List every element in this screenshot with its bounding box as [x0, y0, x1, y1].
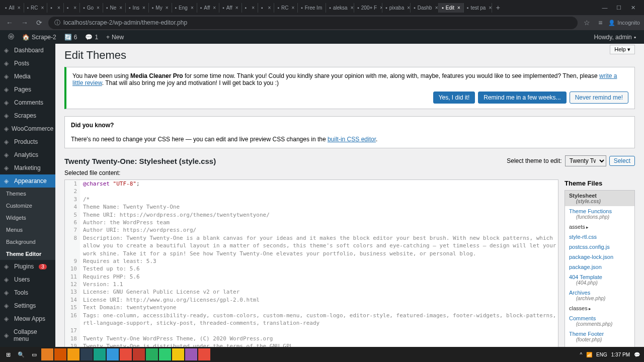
sidebar-item-posts[interactable]: ◈Posts — [0, 57, 55, 70]
browser-tab[interactable]: ▪My× — [149, 3, 172, 13]
sidebar-item-comments[interactable]: ◈Comments — [0, 96, 55, 109]
browser-tab[interactable]: ▪× — [47, 3, 63, 13]
theme-file-item[interactable]: style-rtl.css — [565, 232, 634, 242]
taskbar-app[interactable] — [198, 348, 210, 360]
back-button[interactable]: ← — [4, 18, 15, 28]
browser-tab[interactable]: ▪aleksa× — [326, 3, 354, 13]
browser-tab[interactable]: ▪Aff× — [219, 3, 242, 13]
submenu-item[interactable]: Theme Editor — [0, 248, 55, 260]
sidebar-item-meow[interactable]: ◈Meow Apps — [0, 312, 55, 325]
network-icon[interactable]: 📶 — [586, 352, 592, 357]
taskbar-app[interactable] — [120, 348, 132, 360]
select-theme-button[interactable]: Select — [609, 156, 635, 166]
url-input[interactable]: ⓘ localhost/scrape-2/wp-admin/theme-edit… — [48, 17, 578, 29]
taskbar-app[interactable] — [67, 348, 79, 360]
sidebar-item-scrapes[interactable]: ◈Scrapes — [0, 109, 55, 122]
browser-tab[interactable]: ▪Dashb× — [411, 3, 439, 13]
browser-tab[interactable]: ▪× — [64, 3, 80, 13]
taskbar-app[interactable] — [41, 348, 53, 360]
taskbar-app[interactable] — [133, 348, 145, 360]
sidebar-item-collapse[interactable]: ◈Collapse menu — [0, 325, 55, 345]
theme-file-folder[interactable]: classes — [565, 303, 634, 313]
submenu-item[interactable]: Menus — [0, 224, 55, 236]
browser-tab[interactable]: ▪Edit× — [439, 3, 464, 13]
code-editor[interactable]: 1@charset "UTF-8";23/*4Theme Name: Twent… — [64, 179, 558, 347]
taskbar-app[interactable] — [54, 348, 66, 360]
reload-button[interactable]: ⟳ — [34, 18, 44, 28]
wp-logo[interactable]: ⓦ — [4, 33, 18, 41]
theme-file-item[interactable]: 404 Template(404.php) — [565, 272, 634, 288]
never-button[interactable]: Never remind me! — [570, 92, 628, 104]
extensions-icon[interactable]: ≡ — [596, 18, 604, 28]
theme-file-folder[interactable]: assets — [565, 222, 634, 232]
browser-tab[interactable]: ▪Aff× — [197, 3, 219, 13]
theme-file-item[interactable]: postcss.config.js — [565, 242, 634, 252]
browser-tab[interactable]: ▪200+ F× — [354, 3, 382, 13]
css-editor-link[interactable]: built-in CSS editor — [328, 136, 376, 143]
theme-file-item[interactable]: Archives(archive.php) — [565, 288, 634, 303]
taskbar-app[interactable] — [80, 348, 93, 360]
sidebar-item-woo[interactable]: ◈WooCommerce — [0, 122, 55, 135]
theme-file-item[interactable]: Stylesheet(style.css) — [565, 191, 634, 206]
theme-file-item[interactable]: package.json — [565, 262, 634, 272]
sidebar-item-dashboard[interactable]: ◈Dashboard — [0, 44, 55, 57]
theme-file-item[interactable]: Theme Functions(functions.php) — [565, 206, 634, 222]
sidebar-item-settings[interactable]: ◈Settings — [0, 299, 55, 312]
yes-button[interactable]: Yes, I did it! — [433, 92, 475, 104]
browser-tab[interactable]: ▪Go× — [80, 3, 103, 13]
submenu-item[interactable]: Widgets — [0, 212, 55, 224]
theme-select-dropdown[interactable]: Twenty Twenty-O — [565, 155, 606, 166]
browser-tab[interactable]: ▪RC× — [274, 3, 298, 13]
browser-tab[interactable]: ▪Free Im× — [298, 3, 326, 13]
maximize-button[interactable]: ☐ — [614, 5, 624, 11]
task-view-icon[interactable]: ▭ — [28, 348, 40, 360]
help-tab[interactable]: Help ▾ — [610, 45, 635, 54]
search-icon[interactable]: 🔍 — [15, 348, 27, 360]
start-button[interactable]: ⊞ — [2, 348, 14, 360]
browser-tab[interactable]: ▪RC× — [24, 3, 48, 13]
site-name[interactable]: 🏠 Scrape-2 — [18, 34, 60, 41]
browser-tab[interactable]: ▪test pa× — [464, 3, 492, 13]
new-content[interactable]: + New — [102, 34, 128, 41]
submenu-item[interactable]: Background — [0, 236, 55, 248]
browser-tab[interactable]: ▪Ne× — [103, 3, 126, 13]
comments-count[interactable]: 💬 1 — [81, 34, 102, 41]
browser-tab[interactable]: ▪Ins× — [126, 3, 149, 13]
forward-button[interactable]: → — [19, 18, 30, 28]
minimize-button[interactable]: — — [600, 5, 610, 11]
browser-tab[interactable]: ▪pixaba× — [382, 3, 411, 13]
theme-file-item[interactable]: package-lock.json — [565, 252, 634, 262]
theme-file-item[interactable]: Theme Footer(footer.php) — [565, 329, 634, 344]
browser-tab[interactable]: ▪Eng× — [172, 3, 197, 13]
user-greeting[interactable]: Howdy, admin ▪ — [590, 34, 640, 41]
submenu-item[interactable]: Customize — [0, 200, 55, 212]
sidebar-item-users[interactable]: ◈Users — [0, 273, 55, 286]
browser-tab[interactable]: ▪× — [258, 3, 274, 13]
close-button[interactable]: ✕ — [628, 5, 638, 11]
taskbar-app[interactable] — [159, 348, 171, 360]
theme-file-item[interactable]: Comments(comments.php) — [565, 313, 634, 329]
taskbar-app[interactable] — [146, 348, 158, 360]
sidebar-item-pages[interactable]: ◈Pages — [0, 83, 55, 96]
remind-button[interactable]: Remind me in a few weeks... — [478, 92, 566, 104]
sidebar-item-products[interactable]: ◈Products — [0, 135, 55, 148]
sidebar-item-tools[interactable]: ◈Tools — [0, 286, 55, 299]
sidebar-item-media[interactable]: ◈Media — [0, 70, 55, 83]
language-indicator[interactable]: ENG — [596, 352, 607, 357]
browser-tab[interactable]: ▪All× — [2, 3, 24, 13]
taskbar-app[interactable] — [94, 348, 106, 360]
new-tab-button[interactable]: + — [492, 2, 504, 14]
updates-count[interactable]: 🔄 6 — [60, 34, 82, 41]
bookmark-icon[interactable]: ☆ — [582, 18, 592, 28]
taskbar-app[interactable] — [185, 348, 197, 360]
sidebar-item-plugins[interactable]: ◈Plugins3 — [0, 260, 55, 273]
notifications-icon[interactable]: 💬 — [634, 352, 640, 357]
sidebar-item-analytics[interactable]: ◈Analytics — [0, 148, 55, 161]
taskbar-app[interactable] — [172, 348, 184, 360]
sidebar-item-appearance[interactable]: ◈Appearance — [0, 174, 55, 188]
clock[interactable]: 1:37 PM — [611, 352, 630, 357]
submenu-item[interactable]: Themes — [0, 188, 55, 200]
sidebar-item-marketing[interactable]: ◈Marketing — [0, 161, 55, 174]
tray-icon[interactable]: ^ — [580, 352, 582, 357]
browser-tab[interactable]: ▪× — [242, 3, 258, 13]
